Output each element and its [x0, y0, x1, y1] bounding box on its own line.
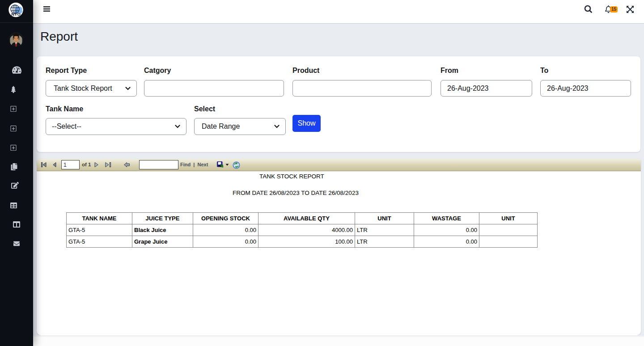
- svg-text:NYO: NYO: [11, 12, 21, 17]
